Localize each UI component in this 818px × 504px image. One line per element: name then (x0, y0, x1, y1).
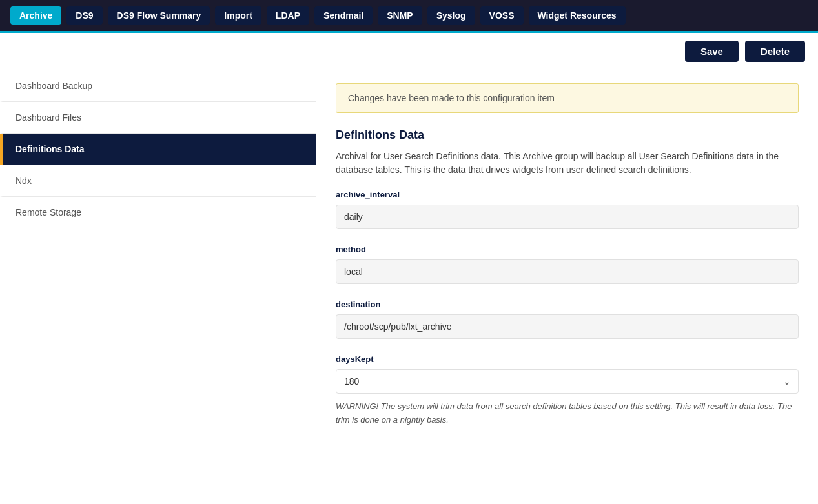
toolbar: Save Delete (0, 33, 818, 70)
archive-interval-field-group: archive_interval (336, 190, 799, 229)
sidebar-item-dashboard-backup[interactable]: Dashboard Backup (0, 70, 316, 102)
method-label: method (336, 245, 799, 254)
sidebar-item-ndx[interactable]: Ndx (0, 165, 316, 197)
destination-input[interactable] (336, 314, 799, 339)
tab-ldap[interactable]: LDAP (267, 6, 309, 25)
tab-sendmail[interactable]: Sendmail (314, 6, 373, 25)
section-title: Definitions Data (336, 128, 799, 142)
sidebar-item-dashboard-files[interactable]: Dashboard Files (0, 102, 316, 134)
days-kept-field-group: daysKept 306090180365 ⌄ WARNING! The sys… (336, 354, 799, 427)
days-kept-label: daysKept (336, 354, 799, 364)
tab-syslog[interactable]: Syslog (427, 6, 475, 25)
archive-interval-input[interactable] (336, 205, 799, 229)
sidebar-item-definitions-data[interactable]: Definitions Data (0, 134, 316, 165)
save-button[interactable]: Save (685, 41, 739, 62)
notice-banner: Changes have been made to this configura… (336, 83, 799, 113)
tab-import[interactable]: Import (215, 6, 261, 25)
destination-label: destination (336, 299, 799, 309)
tab-ds9[interactable]: DS9 (66, 6, 102, 25)
method-input[interactable] (336, 259, 799, 284)
tab-snmp[interactable]: SNMP (378, 6, 422, 25)
tab-archive[interactable]: Archive (10, 6, 61, 25)
warning-text: WARNING! The system will trim data from … (336, 400, 799, 427)
sidebar: Dashboard BackupDashboard FilesDefinitio… (0, 70, 316, 504)
days-kept-select-wrapper: 306090180365 ⌄ (336, 369, 799, 394)
delete-button[interactable]: Delete (745, 41, 805, 62)
main-panel: Changes have been made to this configura… (316, 70, 818, 504)
main-container: Save Delete Dashboard BackupDashboard Fi… (0, 33, 818, 504)
section-description: Archival for User Search Definitions dat… (336, 150, 799, 177)
sidebar-item-remote-storage[interactable]: Remote Storage (0, 197, 316, 228)
tab-ds9-flow-summary[interactable]: DS9 Flow Summary (108, 6, 210, 25)
notice-text: Changes have been made to this configura… (348, 93, 555, 103)
destination-field-group: destination (336, 299, 799, 339)
content-area: Dashboard BackupDashboard FilesDefinitio… (0, 70, 818, 504)
tab-bar: ArchiveDS9DS9 Flow SummaryImportLDAPSend… (0, 0, 818, 33)
tab-voss[interactable]: VOSS (480, 6, 524, 25)
method-field-group: method (336, 245, 799, 284)
archive-interval-label: archive_interval (336, 190, 799, 199)
days-kept-select[interactable]: 306090180365 (336, 369, 799, 394)
tab-widget-resources[interactable]: Widget Resources (529, 6, 626, 25)
